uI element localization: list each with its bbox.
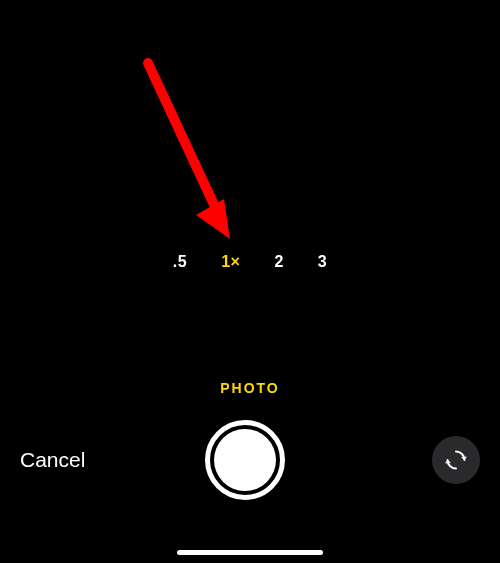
shutter-core-icon bbox=[214, 429, 276, 491]
bottom-controls: Cancel bbox=[0, 410, 500, 510]
camera-mode-row: PHOTO bbox=[0, 379, 500, 397]
annotation-arrow-icon bbox=[140, 55, 250, 245]
zoom-option-0-5x[interactable]: .5 bbox=[173, 253, 187, 271]
zoom-option-1x[interactable]: 1× bbox=[221, 253, 240, 271]
svg-marker-1 bbox=[196, 199, 230, 239]
svg-line-0 bbox=[148, 63, 216, 209]
zoom-option-2x[interactable]: 2 bbox=[274, 253, 283, 271]
flip-camera-icon bbox=[443, 447, 469, 473]
camera-app: .5 1× 2 3 PHOTO Cancel bbox=[0, 0, 500, 563]
shutter-button[interactable] bbox=[205, 420, 285, 500]
home-indicator bbox=[177, 550, 323, 555]
cancel-button[interactable]: Cancel bbox=[20, 448, 120, 472]
flip-camera-button[interactable] bbox=[432, 436, 480, 484]
svg-marker-3 bbox=[445, 460, 451, 464]
svg-marker-2 bbox=[461, 457, 467, 461]
zoom-option-3x[interactable]: 3 bbox=[318, 253, 327, 271]
camera-mode-label: PHOTO bbox=[220, 380, 280, 396]
zoom-controls: .5 1× 2 3 bbox=[0, 253, 500, 271]
